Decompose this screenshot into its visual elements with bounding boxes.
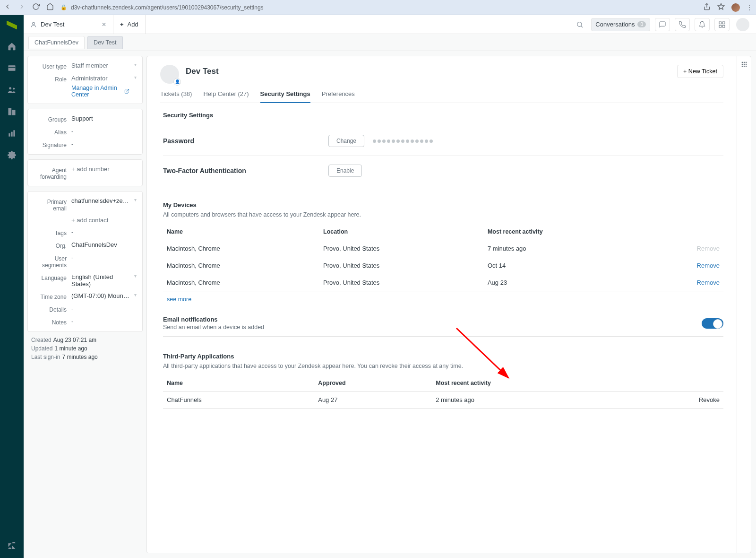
app-row: ChatFunnels Aug 27 2 minutes ago Revoke: [163, 392, 723, 409]
device-remove-link[interactable]: Remove: [697, 262, 720, 269]
alias-value[interactable]: -: [71, 128, 137, 135]
manage-admin-link[interactable]: Manage in Admin Center: [71, 85, 129, 98]
signature-value[interactable]: -: [71, 140, 137, 148]
devices-col-location: Location: [319, 224, 484, 240]
svg-rect-20: [741, 62, 742, 63]
inbox-nav-icon[interactable]: [6, 62, 17, 74]
svg-rect-7: [12, 110, 16, 115]
svg-rect-18: [722, 25, 725, 27]
app-revoke-link[interactable]: Revoke: [699, 396, 720, 403]
reports-nav-icon[interactable]: [6, 128, 17, 139]
new-ticket-button[interactable]: + New Ticket: [677, 65, 723, 78]
svg-rect-2: [9, 65, 16, 71]
agent-fwd-value[interactable]: + add number: [71, 166, 137, 173]
zendesk-logo-icon[interactable]: [7, 19, 17, 31]
email-value[interactable]: chatfunnelsdev+zendes…: [71, 197, 129, 204]
app-name: ChatFunnels: [163, 392, 314, 409]
address-bar-url[interactable]: d3v-chatfunnels.zendesk.com/agent/users/…: [71, 4, 264, 11]
email-notif-toggle[interactable]: [702, 318, 723, 329]
apps-button[interactable]: [714, 18, 730, 31]
tab-security-settings[interactable]: Security Settings: [260, 90, 310, 103]
change-password-button[interactable]: Change: [328, 135, 364, 147]
search-icon[interactable]: [576, 21, 584, 28]
email-label: Primary email: [34, 197, 67, 212]
back-icon[interactable]: [4, 3, 11, 12]
user-type-select[interactable]: Staff member: [71, 62, 129, 69]
timezone-select[interactable]: (GMT-07:00) Mountain Ti…: [71, 292, 129, 299]
chrome-profile-avatar[interactable]: [731, 3, 740, 12]
role-select[interactable]: AdministratorManage in Admin Center: [71, 75, 129, 98]
password-label: Password: [163, 137, 328, 145]
forward-icon[interactable]: [18, 3, 26, 12]
chat-button[interactable]: [655, 18, 670, 31]
svg-rect-24: [743, 64, 744, 65]
zendesk-mark-icon[interactable]: [8, 542, 16, 550]
groups-value[interactable]: Support: [71, 115, 137, 122]
apps-grid-icon[interactable]: [741, 61, 747, 553]
breadcrumb-row: ChatFunnelsDev Dev Test: [24, 34, 756, 51]
enable-tfa-button[interactable]: Enable: [328, 165, 362, 177]
orgs-nav-icon[interactable]: [6, 106, 17, 117]
devices-col-action: [645, 224, 723, 240]
svg-rect-27: [743, 66, 744, 67]
app-approved: Aug 27: [314, 392, 432, 409]
svg-rect-15: [719, 22, 722, 24]
detail-panel: 👤 Dev Test + New Ticket Tickets (38) Hel…: [146, 56, 751, 553]
more-icon[interactable]: ⋮: [747, 4, 752, 11]
device-name: Macintosh, Chrome: [163, 274, 319, 291]
apps-col-name: Name: [163, 375, 314, 392]
see-more-devices[interactable]: see more: [163, 291, 195, 307]
customers-nav-icon[interactable]: [6, 84, 17, 96]
device-location: Provo, United States: [319, 274, 484, 291]
profile-avatar[interactable]: [736, 18, 749, 31]
tab-tickets[interactable]: Tickets (38): [160, 90, 192, 103]
breadcrumb-user[interactable]: Dev Test: [87, 36, 122, 49]
workspace-tab-user-label: Dev Test: [41, 21, 64, 28]
org-value[interactable]: ChatFunnelsDev: [71, 241, 137, 248]
svg-rect-8: [9, 133, 10, 137]
chevron-down-icon: ▾: [134, 292, 137, 297]
home-icon[interactable]: [46, 3, 54, 12]
chevron-down-icon: ▾: [134, 75, 137, 80]
share-icon[interactable]: [703, 3, 711, 12]
close-tab-icon[interactable]: ✕: [102, 21, 106, 28]
svg-rect-6: [9, 108, 12, 115]
language-label: Language: [34, 273, 67, 281]
device-remove-link[interactable]: Remove: [697, 279, 720, 286]
tab-preferences[interactable]: Preferences: [322, 90, 355, 103]
svg-point-12: [33, 22, 35, 25]
user-segments-value[interactable]: -: [71, 254, 137, 261]
svg-rect-22: [745, 62, 746, 63]
breadcrumb-org[interactable]: ChatFunnelsDev: [28, 36, 85, 49]
details-value[interactable]: -: [71, 305, 137, 312]
notifications-button[interactable]: [695, 18, 710, 31]
reload-icon[interactable]: [32, 3, 40, 12]
tab-help-center[interactable]: Help Center (27): [203, 90, 249, 103]
device-name: Macintosh, Chrome: [163, 240, 319, 257]
workspace-tab-user[interactable]: Dev Test ✕: [24, 15, 113, 34]
phone-button[interactable]: [675, 18, 690, 31]
details-label: Details: [34, 305, 67, 313]
add-contact-button[interactable]: + add contact: [71, 217, 137, 224]
chevron-down-icon: ▾: [134, 273, 137, 279]
user-icon: [30, 21, 37, 28]
device-activity: 7 minutes ago: [484, 240, 645, 257]
timezone-label: Time zone: [34, 292, 67, 300]
conversations-button[interactable]: Conversations 0: [591, 18, 650, 31]
lock-icon: 🔒: [60, 4, 67, 10]
language-select[interactable]: English (United States): [71, 273, 129, 288]
tfa-label: Two-Factor Authentication: [163, 167, 328, 174]
device-row: Macintosh, Chrome Provo, United States 7…: [163, 240, 723, 257]
browser-chrome: 🔒 d3v-chatfunnels.zendesk.com/agent/user…: [0, 0, 756, 15]
tags-value[interactable]: -: [71, 228, 137, 235]
workspace-tab-add[interactable]: + Add: [113, 15, 146, 34]
svg-rect-26: [741, 66, 742, 67]
star-icon[interactable]: [717, 3, 725, 12]
alias-label: Alias: [34, 128, 67, 136]
add-tab-label: Add: [128, 21, 138, 28]
home-nav-icon[interactable]: [6, 41, 17, 52]
svg-rect-16: [722, 22, 725, 24]
settings-nav-icon[interactable]: [6, 149, 17, 161]
notes-value[interactable]: -: [71, 318, 137, 325]
email-notif-title: Email notifications: [163, 316, 264, 323]
